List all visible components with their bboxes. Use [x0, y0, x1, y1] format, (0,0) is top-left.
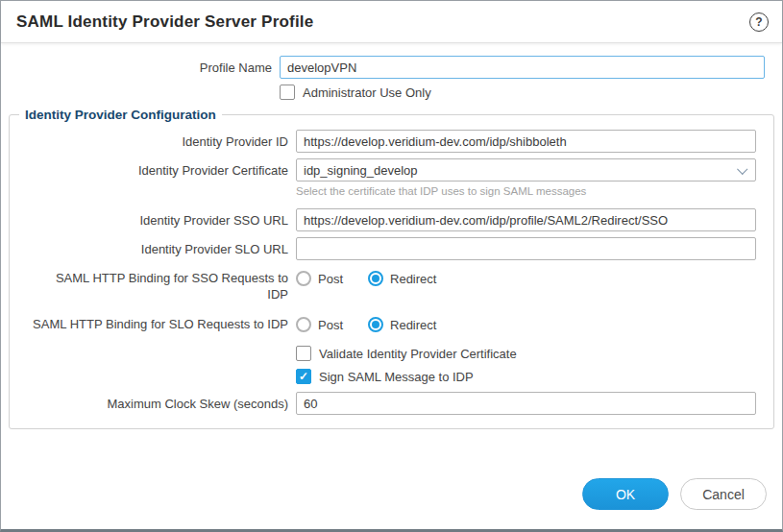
- profile-name-input[interactable]: [280, 56, 765, 79]
- sign-saml-row: Sign SAML Message to IDP: [10, 369, 773, 384]
- help-icon[interactable]: ?: [749, 12, 769, 32]
- dialog-footer: OK Cancel: [1, 478, 782, 529]
- idp-configuration-section: Identity Provider Configuration Identity…: [9, 108, 774, 429]
- sso-binding-post-radio[interactable]: [296, 271, 311, 286]
- sso-binding-redirect-radio[interactable]: [368, 271, 383, 286]
- sign-saml-checkbox[interactable]: [296, 369, 311, 384]
- sso-url-input[interactable]: [296, 208, 756, 231]
- sso-binding-redirect-label: Redirect: [390, 272, 436, 286]
- profile-name-row: Profile Name: [1, 56, 782, 79]
- slo-url-label: Identity Provider SLO URL: [10, 241, 296, 257]
- slo-binding-post-label: Post: [318, 318, 343, 332]
- sso-binding-row: SAML HTTP Binding for SSO Requests to ID…: [10, 270, 773, 302]
- clock-skew-label: Maximum Clock Skew (seconds): [10, 396, 296, 412]
- slo-binding-redirect-label: Redirect: [390, 318, 436, 332]
- slo-url-row: Identity Provider SLO URL: [10, 237, 773, 260]
- saml-idp-dialog: SAML Identity Provider Server Profile ? …: [0, 0, 783, 532]
- slo-binding-row: SAML HTTP Binding for SLO Requests to ID…: [10, 316, 773, 332]
- ok-button[interactable]: OK: [582, 478, 669, 510]
- slo-binding-radio-group: Post Redirect: [296, 316, 756, 332]
- profile-name-label: Profile Name: [1, 60, 280, 75]
- sso-url-row: Identity Provider SSO URL: [10, 208, 773, 231]
- idp-id-row: Identity Provider ID: [10, 130, 773, 153]
- idp-certificate-row: Identity Provider Certificate idp_signin…: [10, 158, 773, 181]
- sign-saml-label: Sign SAML Message to IDP: [319, 370, 474, 384]
- idp-id-input[interactable]: [296, 130, 756, 153]
- slo-url-input[interactable]: [296, 237, 756, 260]
- idp-certificate-help-text: Select the certificate that IDP uses to …: [296, 185, 756, 197]
- idp-id-label: Identity Provider ID: [10, 133, 296, 150]
- cancel-button[interactable]: Cancel: [680, 478, 767, 510]
- idp-configuration-legend: Identity Provider Configuration: [19, 108, 222, 122]
- sso-url-label: Identity Provider SSO URL: [10, 212, 296, 229]
- clock-skew-row: Maximum Clock Skew (seconds): [10, 392, 773, 415]
- admin-use-only-label: Administrator Use Only: [303, 85, 431, 100]
- dialog-header: SAML Identity Provider Server Profile ?: [1, 1, 782, 43]
- slo-binding-post-radio[interactable]: [296, 317, 311, 332]
- validate-cert-row: Validate Identity Provider Certificate: [10, 346, 773, 361]
- slo-binding-redirect-radio[interactable]: [368, 317, 383, 332]
- admin-use-only-checkbox[interactable]: [280, 85, 295, 100]
- dialog-title: SAML Identity Provider Server Profile: [16, 12, 313, 32]
- chevron-down-icon: [737, 164, 747, 175]
- admin-use-only-row: Administrator Use Only: [1, 85, 782, 100]
- sso-binding-radio-group: Post Redirect: [296, 270, 756, 286]
- idp-certificate-select[interactable]: idp_signing_develop: [296, 158, 756, 181]
- sso-binding-post-label: Post: [318, 272, 343, 286]
- idp-certificate-label: Identity Provider Certificate: [10, 162, 296, 179]
- slo-binding-label: SAML HTTP Binding for SLO Requests to ID…: [10, 316, 296, 332]
- dialog-body: Profile Name Administrator Use Only Iden…: [1, 43, 782, 478]
- clock-skew-input[interactable]: [296, 392, 756, 415]
- validate-cert-label: Validate Identity Provider Certificate: [319, 347, 517, 361]
- sso-binding-label: SAML HTTP Binding for SSO Requests to ID…: [54, 270, 296, 302]
- validate-cert-checkbox[interactable]: [296, 346, 311, 361]
- idp-certificate-value: idp_signing_develop: [304, 163, 418, 178]
